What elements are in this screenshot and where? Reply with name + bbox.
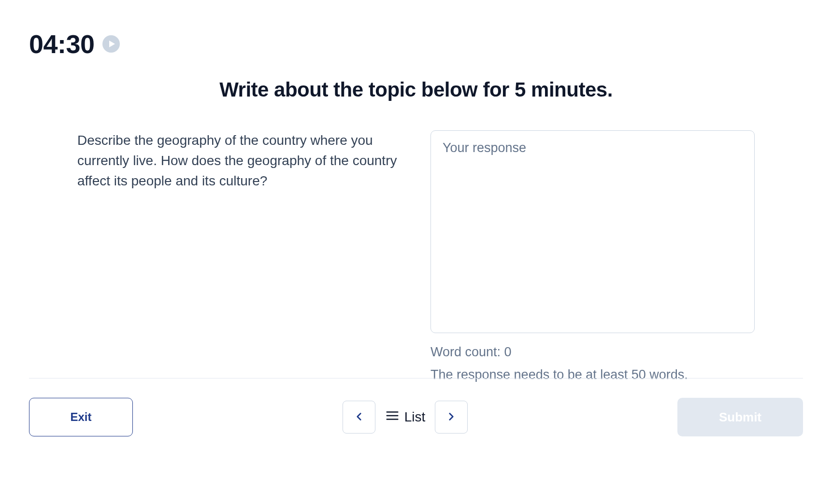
instruction-heading: Write about the topic below for 5 minute… bbox=[29, 78, 803, 101]
chevron-right-icon bbox=[445, 410, 458, 424]
word-count-label: Word count: 0 bbox=[430, 345, 755, 360]
exit-button[interactable]: Exit bbox=[29, 398, 133, 436]
play-icon[interactable] bbox=[102, 35, 120, 53]
content-area: Describe the geography of the country wh… bbox=[29, 130, 803, 382]
prev-button[interactable] bbox=[343, 401, 375, 434]
response-input[interactable] bbox=[430, 130, 755, 333]
next-button[interactable] bbox=[435, 401, 468, 434]
chevron-left-icon bbox=[353, 410, 365, 424]
timer-display: 04:30 bbox=[29, 29, 95, 59]
prompt-column: Describe the geography of the country wh… bbox=[77, 130, 402, 382]
footer-bar: Exit List bbox=[29, 378, 803, 436]
submit-button[interactable]: Submit bbox=[677, 398, 803, 436]
list-label: List bbox=[404, 409, 426, 425]
nav-group: List bbox=[343, 401, 468, 434]
prompt-text: Describe the geography of the country wh… bbox=[77, 130, 402, 191]
list-icon bbox=[385, 408, 400, 426]
list-button[interactable]: List bbox=[385, 408, 426, 426]
timer-row: 04:30 bbox=[29, 29, 803, 59]
response-column: Word count: 0 The response needs to be a… bbox=[430, 130, 755, 382]
